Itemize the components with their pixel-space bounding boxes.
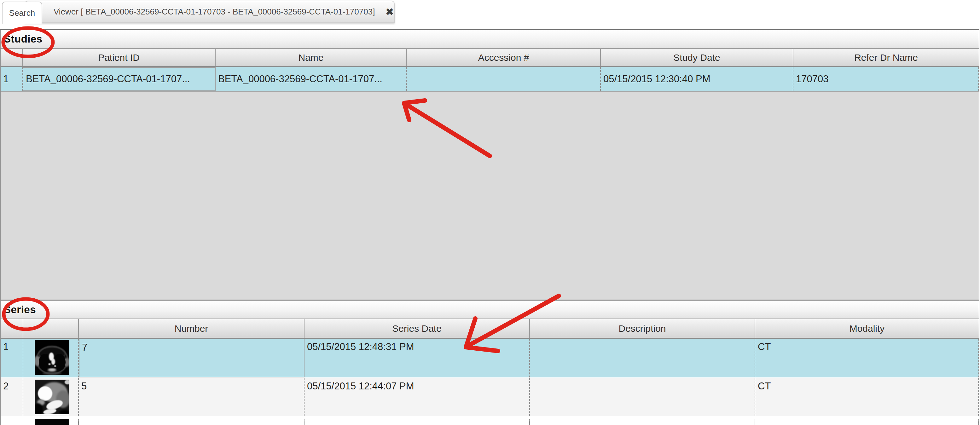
studies-cell-patient-id[interactable]: BETA_00006-32569-CCTA-01-1707... — [23, 67, 216, 91]
studies-header-index — [1, 49, 23, 66]
clipped-thumbnail — [35, 419, 69, 425]
series-header-index — [1, 319, 23, 338]
studies-cell-study-date[interactable]: 05/15/2015 12:30:40 PM — [601, 67, 793, 91]
series-header-modality[interactable]: Modality — [755, 319, 979, 338]
series-cell-number[interactable]: 5 — [79, 378, 304, 416]
series-header-description[interactable]: Description — [530, 319, 755, 338]
tab-viewer[interactable]: Viewer [ BETA_00006-32569-CCTA-01-170703… — [25, 1, 395, 23]
series-cell-number[interactable]: 7 — [79, 339, 304, 377]
studies-cell-name[interactable]: BETA_00006-32569-CCTA-01-1707... — [216, 67, 407, 91]
axial-chest-ct-thumbnail[interactable] — [35, 340, 69, 375]
series-cell-number[interactable] — [79, 419, 304, 425]
tab-search[interactable]: Search — [2, 2, 42, 24]
studies-header-accession[interactable]: Accession # — [407, 49, 601, 66]
series-header-thumbnail — [23, 319, 79, 338]
series-header-number[interactable]: Number — [79, 319, 304, 338]
studies-grid-header: Patient ID Name Accession # Study Date R… — [1, 49, 979, 67]
studies-grid-empty-area — [1, 92, 979, 300]
series-cell-thumbnail[interactable] — [23, 339, 79, 377]
series-cell-modality[interactable]: CT — [755, 339, 979, 377]
studies-cell-accession[interactable] — [407, 67, 601, 91]
studies-section-bar: Studies — [1, 30, 979, 49]
series-table-row[interactable]: 2 5 — [1, 378, 979, 417]
series-table-row-partial[interactable] — [1, 419, 979, 425]
cardiac-ct-aortic-root-thumbnail[interactable] — [35, 380, 69, 414]
series-cell-series-date[interactable]: 05/15/2015 12:48:31 PM — [304, 339, 530, 377]
series-row-index — [1, 419, 23, 425]
series-section-bar: Series — [1, 300, 979, 319]
series-cell-series-date[interactable]: 05/15/2015 12:44:07 PM — [304, 378, 530, 416]
tab-bar: Viewer [ BETA_00006-32569-CCTA-01-170703… — [0, 0, 980, 29]
search-results-panel: Studies Patient ID Name Accession # Stud… — [0, 29, 979, 425]
series-grid-header: Number Series Date Description Modality — [1, 319, 979, 339]
series-cell-thumbnail[interactable] — [23, 378, 79, 416]
studies-table-row[interactable]: 1 BETA_00006-32569-CCTA-01-1707... BETA_… — [1, 67, 979, 92]
pacs-search-screen: Viewer [ BETA_00006-32569-CCTA-01-170703… — [0, 0, 980, 425]
series-row-index: 2 — [1, 378, 23, 416]
series-section-title: Series — [4, 304, 36, 316]
series-cell-modality[interactable] — [755, 419, 979, 425]
studies-header-refer-dr-name[interactable]: Refer Dr Name — [793, 49, 979, 66]
studies-cell-refer-dr-name[interactable]: 170703 — [793, 67, 979, 91]
series-cell-series-date[interactable] — [304, 419, 530, 425]
series-cell-description[interactable] — [530, 378, 755, 416]
tab-viewer-label: Viewer [ BETA_00006-32569-CCTA-01-170703… — [54, 7, 375, 17]
tab-search-label: Search — [9, 8, 35, 18]
series-cell-thumbnail[interactable] — [23, 419, 79, 425]
series-header-series-date[interactable]: Series Date — [304, 319, 530, 338]
studies-row-index: 1 — [1, 67, 23, 91]
close-icon[interactable]: ✖ — [385, 7, 393, 17]
series-cell-modality[interactable]: CT — [755, 378, 979, 416]
series-row-index: 1 — [1, 339, 23, 377]
studies-header-patient-id[interactable]: Patient ID — [23, 49, 216, 66]
studies-header-study-date[interactable]: Study Date — [601, 49, 793, 66]
series-cell-description[interactable] — [530, 339, 755, 377]
series-cell-description[interactable] — [530, 419, 755, 425]
studies-header-name[interactable]: Name — [216, 49, 407, 66]
series-table-row[interactable]: 1 — [1, 339, 979, 378]
studies-section-title: Studies — [4, 33, 43, 45]
